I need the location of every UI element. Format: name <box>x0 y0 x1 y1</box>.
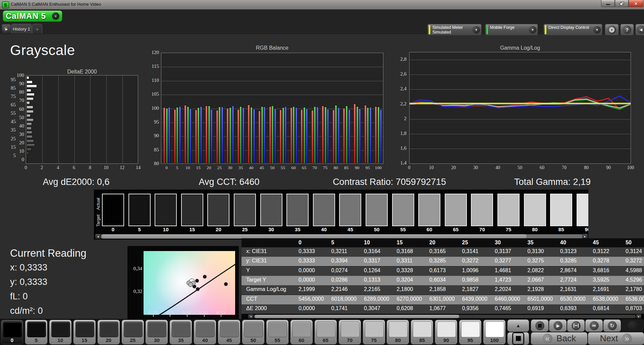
restore-icon <box>620 2 624 5</box>
deltae-bar <box>26 160 27 163</box>
gamma-x-tick: 50 <box>515 165 525 170</box>
stimulus-patch-button[interactable]: 35 <box>170 320 192 344</box>
stimulus-patch-button[interactable]: 50 <box>242 320 264 344</box>
stimulus-patch-button[interactable]: 60 <box>290 320 313 344</box>
stimulus-patch-button[interactable]: 45 <box>218 320 240 344</box>
window-pattern-button[interactable] <box>507 332 529 345</box>
table-cell: 0,3272 <box>626 258 642 264</box>
app-header: CalMAN 5 ▼ ▶ History 1 + Simulated Meter… <box>0 9 644 34</box>
rgb-y-tick: 100 <box>143 105 159 111</box>
stimulus-patch-button[interactable]: 80 <box>387 320 409 344</box>
title-bar[interactable]: 5 CalMAN 5 CalMAN Enthusiast for Home Vi… <box>0 0 644 10</box>
source-status-stripe <box>486 25 488 34</box>
table-cell: 0,1264 <box>364 267 380 274</box>
rgb-bar-green <box>335 105 337 163</box>
table-scroll-right-icon[interactable]: ► <box>636 314 641 318</box>
deltae-gridline <box>42 76 43 163</box>
minimize-button[interactable] <box>601 0 615 7</box>
ramp-scroll-left-icon[interactable]: ◄ <box>95 234 101 239</box>
stop-measure-button[interactable] <box>531 319 548 332</box>
table-cell: 2,2024 <box>495 286 511 292</box>
cie-x-tickmark <box>170 315 170 317</box>
stimulus-patch-button[interactable]: 85 <box>411 320 433 344</box>
stimulus-patch-button[interactable]: 40 <box>194 320 216 344</box>
stimulus-patch-button[interactable]: 55 <box>266 320 288 344</box>
table-cell: 2,1800 <box>397 286 413 292</box>
chevron-double-left-icon: « <box>542 334 552 344</box>
help-button[interactable]: ? <box>620 24 634 36</box>
table-scroll-left-icon[interactable]: ◄ <box>248 314 253 318</box>
rgb-bar-red <box>163 107 165 163</box>
rgb-y-tick: 105 <box>143 91 159 97</box>
stimulus-patch-button[interactable]: 20 <box>98 320 120 344</box>
table-cell: 0,3285 <box>429 258 446 264</box>
rgb-gridline <box>161 95 383 95</box>
stimulus-patch-swatch <box>148 322 166 337</box>
rgb-y-tick: 95 <box>143 119 159 125</box>
stimulus-patch-button[interactable]: 0 <box>1 320 23 344</box>
tab-history[interactable]: History 1 <box>11 24 32 34</box>
table-scrollbar: ◄ ► <box>241 314 644 319</box>
table-scrollbar-thumb[interactable] <box>255 315 459 318</box>
table-cell: 5456,0000 <box>299 296 324 302</box>
stimulus-patch-button[interactable]: 75 <box>363 320 385 344</box>
table-cell: 0,6208 <box>397 305 413 311</box>
ramp-patch-label: 55 <box>392 227 414 232</box>
rgb-x-tick: 5 <box>172 165 182 170</box>
next-button-label: Next <box>600 333 618 344</box>
ramp-patch <box>155 194 177 226</box>
patch-row-up-button[interactable]: ▲ <box>507 319 529 332</box>
rgb-bar-red <box>216 110 218 163</box>
rgb-bar-blue <box>380 109 382 163</box>
stimulus-patch-button[interactable]: 5 <box>25 320 47 344</box>
collapse-panel-button[interactable]: ◀ <box>635 24 644 36</box>
stimulus-patch-button[interactable]: 15 <box>73 320 96 344</box>
read-series-button[interactable] <box>567 319 585 332</box>
display-control-dropdown[interactable]: Direct Display Control ▼ <box>543 24 602 36</box>
restore-button[interactable] <box>615 0 629 7</box>
stimulus-patch-button[interactable]: 90 <box>435 320 457 344</box>
stimulus-patch-button[interactable]: 100 <box>483 320 505 344</box>
stimulus-patch-button[interactable]: 30 <box>146 320 168 344</box>
read-endless-button[interactable]: ∞ <box>585 319 603 332</box>
stimulus-patch-button[interactable]: 65 <box>315 320 337 344</box>
table-cell: 2,2146 <box>331 286 348 292</box>
add-tab-button[interactable]: + <box>32 24 42 34</box>
close-button[interactable]: × <box>629 0 643 7</box>
table-cell: 0,3311 <box>397 258 413 264</box>
stimulus-patch-button[interactable]: 70 <box>339 320 361 344</box>
settings-button[interactable] <box>605 24 619 36</box>
table-cell: 4,5988 <box>626 267 642 274</box>
deltae-x-tick: 12 <box>118 165 126 170</box>
deltae-chart <box>26 75 138 164</box>
gamma-x-tick: 30 <box>471 165 481 170</box>
table-cell: 0,3141 <box>462 248 479 254</box>
table-cell: 0,6173 <box>429 267 446 274</box>
stimulus-patch-button[interactable]: 25 <box>122 320 144 344</box>
refresh-icon: ↻ <box>608 321 617 330</box>
deltae-x-tick: 2 <box>38 165 46 170</box>
back-button[interactable]: « Back <box>531 332 587 345</box>
rgb-bar-green <box>197 107 200 163</box>
loop-measure-button[interactable]: ↻ <box>603 319 621 332</box>
meter-dropdown[interactable]: Simulated MeterSimulated ▼ <box>427 24 482 36</box>
source-dropdown[interactable]: Mobile Forge ▼ <box>485 24 538 36</box>
current-reading-line: y: 0,3333 <box>10 277 47 287</box>
table-cell: 0,0286 <box>331 277 348 283</box>
calman-logo-menu[interactable]: CalMAN 5 ▼ <box>3 10 62 22</box>
next-button[interactable]: Next » <box>588 332 644 345</box>
stimulus-patch-button[interactable]: 95 <box>459 320 481 344</box>
rgb-bar-red <box>258 111 261 163</box>
ramp-patch-label: 70 <box>471 227 493 232</box>
stimulus-patch-button[interactable]: 10 <box>49 320 71 344</box>
ramp-patch-label: 25 <box>234 227 256 232</box>
stat-contrast-ratio: Contrast Ratio: 7059792715 <box>333 177 446 187</box>
rgb-bar-blue <box>306 108 308 163</box>
workflow-nav-button[interactable]: ▶ <box>1 24 11 34</box>
ramp-patch-label: 20 <box>207 227 229 232</box>
rgb-bar-blue <box>232 106 234 163</box>
gamma-gridline <box>410 75 631 75</box>
deltae-bar <box>26 135 33 138</box>
stimulus-patch-label: 90 <box>435 337 457 343</box>
read-continuous-button[interactable]: ▶ <box>549 319 567 332</box>
